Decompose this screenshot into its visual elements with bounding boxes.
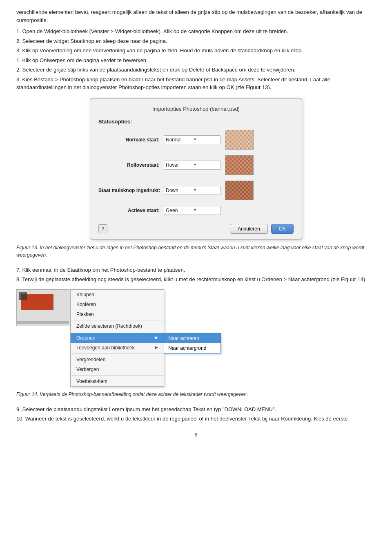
step-text: Selecteer de widget Staatknop en sleep d… <box>22 38 167 44</box>
muisknop-staat-preview <box>225 181 254 200</box>
step-num: 2. <box>16 38 21 44</box>
menu-item-toevoegen-bibliotheek[interactable]: Toevoegen aan bibliotheek ▶ <box>71 343 164 353</box>
step-num: 9. <box>16 406 21 412</box>
step-1b: 1. Klik op Ontwerpen om de pagina verder… <box>16 56 376 65</box>
dialog-section-label: Statusopties: <box>98 118 294 126</box>
menu-item-zelfde-selecteren[interactable]: Zelfde selecteren (Rechthoek) <box>71 321 164 331</box>
muisknop-staat-label: Staat muisknop ingedrukt: <box>98 187 164 194</box>
normal-staat-preview <box>225 130 254 150</box>
normal-staat-label: Normale staat: <box>98 136 164 143</box>
step-num: 10. <box>16 416 24 422</box>
dialog-title: Importopties Photoshop (banner.psd) <box>98 105 294 113</box>
normal-staat-value: Normal <box>166 136 192 143</box>
menu-label: Toevoegen aan bibliotheek <box>76 344 135 351</box>
menu-item-plakken[interactable]: Plakken <box>71 309 164 319</box>
step-num: 2. <box>16 67 21 73</box>
context-menu-figure: Knippen Kopiëren Plakken Zelfde selecter… <box>16 289 376 387</box>
chevron-down-icon: ▼ <box>193 137 219 143</box>
menu-item-kopieren[interactable]: Kopiëren <box>71 300 164 309</box>
step-text: Klik op Ontwerpen om de pagina verder te… <box>22 57 147 63</box>
figure13-caption: Figuur 13. In het dialoogvenster ziet u … <box>16 244 376 259</box>
submenu-item-naar-achteren[interactable]: Naar achteren <box>164 333 220 343</box>
step-3: 3. Klik op Voorvertoning om een voorvert… <box>16 47 376 55</box>
chevron-down-icon: ▼ <box>193 188 219 193</box>
step-text: Klik op Voorvertoning om een voorvertoni… <box>22 47 303 54</box>
step-1: 1. Open de Widget-bibliotheek (Venster >… <box>16 27 376 36</box>
dialog-help-button[interactable]: ? <box>98 224 107 233</box>
muisknop-staat-value: Down <box>166 187 192 194</box>
step-num: 8. <box>16 276 21 282</box>
page-number: 8 <box>16 431 376 438</box>
menu-label: Kopiëren <box>76 301 96 308</box>
menu-separator-4 <box>71 375 164 376</box>
dialog-row-down: Staat muisknop ingedrukt: Down ▼ <box>98 181 294 200</box>
menu-separator-3 <box>71 353 164 354</box>
steps-before-dialog: 1. Open de Widget-bibliotheek (Venster >… <box>16 27 376 92</box>
step-8: 8. Terwijl de geplaatste afbeelding nog … <box>16 275 376 284</box>
step-num: 3. <box>16 76 21 83</box>
dialog-ok-button[interactable]: OK <box>271 224 294 234</box>
muisknop-staat-select[interactable]: Down ▼ <box>164 186 221 195</box>
banner-thumbnail <box>16 289 69 326</box>
step-text: Terwijl de geplaatste afbeelding nog ste… <box>22 276 367 282</box>
rollover-staat-value: Hover <box>166 161 192 169</box>
context-menu: Knippen Kopiëren Plakken Zelfde selecter… <box>70 289 164 387</box>
step-2: 2. Selecteer de widget Staatknop en slee… <box>16 37 376 45</box>
step-text: Selecteer de plaatsaanduidingstekst Lore… <box>22 406 276 412</box>
menu-label: Knippen <box>76 291 94 298</box>
step-text: Kies Bestand > Photoshop-knop plaatsen e… <box>16 76 330 91</box>
dialog-container: Importopties Photoshop (banner.psd) Stat… <box>16 98 376 240</box>
step-2b: 2. Selecteer de grijze stip links van de… <box>16 66 376 74</box>
menu-label: Voettekst-item <box>76 378 107 385</box>
figure14-caption: Figuur 14. Verplaats de Photoshop-banner… <box>16 391 376 398</box>
dialog-footer: ? Annuleren OK <box>98 221 294 234</box>
step-7: 7. Klik eenmaal in de Staatknop om het P… <box>16 266 376 274</box>
submenu-item-naar-achtergrond[interactable]: Naar achtergrond <box>164 343 220 353</box>
intro-text: verschillende elementen bevat, reageert … <box>16 8 376 24</box>
submenu-arrow-icon: ▶ <box>155 335 158 341</box>
rollover-staat-select[interactable]: Hover ▼ <box>164 161 221 170</box>
submenu-arrow-icon: ▶ <box>155 345 158 351</box>
dialog-row-active: Actieve staat: Geen ▼ <box>98 206 294 215</box>
chevron-down-icon: ▼ <box>193 162 219 168</box>
menu-item-ordenen[interactable]: Ordenen ▶ Naar achteren Naar achtergrond <box>71 333 164 343</box>
banner-icon <box>19 292 27 300</box>
step-3b: 3. Kies Bestand > Photoshop-knop plaatse… <box>16 76 376 92</box>
step-10: 10. Wanneer de tekst is geselecteerd, we… <box>16 415 376 423</box>
menu-label: Plakken <box>76 311 94 318</box>
chevron-down-icon: ▼ <box>193 208 219 213</box>
step-text: Open de Widget-bibliotheek (Venster > Wi… <box>22 28 288 34</box>
step-num: 7. <box>16 267 21 273</box>
steps-after-dialog: 7. Klik eenmaal in de Staatknop om het P… <box>16 266 376 284</box>
menu-label: Ordenen <box>76 334 96 342</box>
banner-strip <box>17 321 69 324</box>
menu-label: Verbergen <box>76 366 99 373</box>
actieve-staat-select[interactable]: Geen ▼ <box>164 206 221 215</box>
menu-item-voettekst[interactable]: Voettekst-item <box>71 376 164 386</box>
step-text: Selecteer de grijze stip links van de pl… <box>22 67 295 73</box>
menu-item-vergrendelen[interactable]: Vergrendelen <box>71 355 164 365</box>
step-text: Klik eenmaal in de Staatknop om het Phot… <box>22 267 185 273</box>
menu-item-verbergen[interactable]: Verbergen <box>71 365 164 374</box>
dialog-row-hover: Rolloverstaat: Hover ▼ <box>98 155 294 175</box>
step-num: 3. <box>16 47 21 54</box>
steps-final: 9. Selecteer de plaatsaanduidingstekst L… <box>16 405 376 423</box>
context-menu-area: Knippen Kopiëren Plakken Zelfde selecter… <box>16 289 164 387</box>
step-text: Wanneer de tekst is geselecteerd, werkt … <box>25 416 348 422</box>
step-num: 1. <box>16 57 21 63</box>
rollover-staat-preview <box>225 155 254 175</box>
menu-separator-1 <box>71 320 164 320</box>
step-9: 9. Selecteer de plaatsaanduidingstekst L… <box>16 405 376 414</box>
actieve-staat-value: Geen <box>166 207 192 214</box>
dialog-row-normal: Normale staat: Normal ▼ <box>98 130 294 150</box>
normal-staat-select[interactable]: Normal ▼ <box>164 135 221 144</box>
step-num: 1. <box>16 28 21 34</box>
menu-label: Zelfde selecteren (Rechthoek) <box>76 322 142 330</box>
dialog-cancel-button[interactable]: Annuleren <box>230 224 268 234</box>
rollover-staat-label: Rolloverstaat: <box>98 161 164 169</box>
menu-label: Vergrendelen <box>76 356 105 363</box>
import-options-dialog: Importopties Photoshop (banner.psd) Stat… <box>90 98 302 240</box>
actieve-staat-label: Actieve staat: <box>98 207 164 214</box>
menu-item-knippen[interactable]: Knippen <box>71 290 164 300</box>
ordenen-submenu: Naar achteren Naar achtergrond <box>164 333 221 353</box>
